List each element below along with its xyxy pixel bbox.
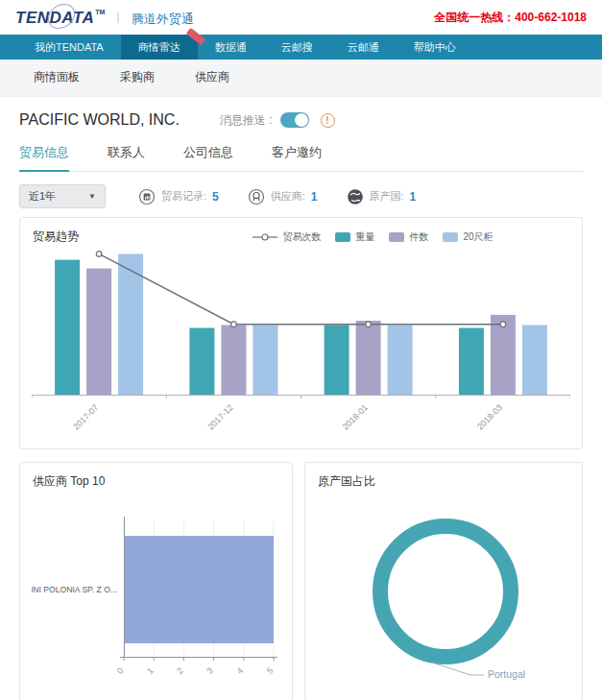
main-nav: 我的TENDATA商情雷达数据通云邮搜云邮通帮助中心: [0, 35, 602, 60]
legend-swatch-icon: [335, 232, 350, 242]
trade-trend-title: 贸易趋势: [33, 229, 79, 245]
origin-svg: Portugal: [315, 492, 572, 697]
line-point-2018-01[interactable]: [366, 322, 372, 327]
trade-trend-svg: 2017-072017-122018-012018-03: [32, 246, 570, 434]
supplier-x-tick: 2: [175, 665, 185, 676]
legend-label-1: 重量: [355, 230, 374, 244]
bar-重量-2018-03[interactable]: [459, 328, 484, 396]
supplier-category-label: PINI POLONIA SP. Z O...: [32, 585, 117, 594]
legend-item-3[interactable]: 20尺柜: [443, 230, 493, 244]
origin-donut-chart[interactable]: Portugal: [315, 492, 572, 700]
suppliers-panel: 供应商 Top 10 012345PINI POLONIA SP. Z O...: [19, 462, 293, 700]
hotline-number: 全国统一热线：400-662-1018: [434, 10, 587, 26]
legend-item-0[interactable]: 贸易次数: [253, 230, 321, 244]
legend-item-2[interactable]: 件数: [389, 230, 428, 244]
content-area: 贸易趋势 贸易次数重量件数20尺柜 2017-072017-122018-012…: [0, 217, 602, 700]
supplier-bar-PINI POLONIA SP. Z O...[interactable]: [124, 536, 274, 643]
line-point-2017-12[interactable]: [231, 322, 237, 327]
tab-0[interactable]: 贸易信息: [19, 144, 69, 172]
company-name: PACIFIC WORLD, INC.: [19, 111, 180, 129]
hint-icon[interactable]: !: [321, 113, 335, 128]
supplier-x-tick: 0: [115, 665, 126, 676]
trade-records-icon: [138, 188, 156, 205]
suppliers-svg: 012345PINI POLONIA SP. Z O...: [32, 495, 280, 695]
legend-label-2: 件数: [409, 230, 428, 244]
bar-重量-2017-07[interactable]: [55, 260, 80, 395]
bar-重量-2018-01[interactable]: [325, 326, 349, 396]
supplier-icon: [248, 188, 265, 205]
nav-item-1[interactable]: 商情雷达: [121, 35, 198, 60]
logo-trademark: TM: [95, 9, 105, 15]
sub-nav: 商情面板采购商供应商: [0, 60, 602, 97]
app-header: TENDATA TM | 腾道外贸通 全国统一热线：400-662-1018: [0, 0, 602, 35]
suppliers-chart[interactable]: 012345PINI POLONIA SP. Z O...: [32, 495, 280, 699]
supplier-x-tick: 4: [235, 665, 246, 676]
line-marker-icon: [253, 232, 277, 242]
subnav-item-2[interactable]: 供应商: [195, 69, 229, 85]
subnav-item-1[interactable]: 采购商: [120, 69, 155, 85]
legend-label-3: 20尺柜: [463, 230, 493, 244]
stat-2: 原产国:1: [347, 188, 417, 205]
stat-label-2: 原产国:: [370, 189, 404, 204]
stat-label-0: 贸易记录:: [161, 189, 206, 204]
trade-trend-chart[interactable]: 2017-072017-122018-012018-03: [32, 246, 570, 438]
donut-label-leader-line: [432, 663, 484, 675]
x-tick-label: 2018-01: [341, 402, 370, 431]
bar-20尺柜-2017-12[interactable]: [253, 326, 277, 396]
legend-swatch-icon: [389, 232, 404, 242]
origin-country-icon: [347, 188, 364, 205]
tab-2[interactable]: 公司信息: [183, 144, 233, 171]
bar-件数-2018-01[interactable]: [356, 321, 381, 395]
bar-20尺柜-2018-01[interactable]: [388, 326, 413, 396]
donut-slice-Portugal[interactable]: [380, 526, 511, 657]
logo-text: TENDATA: [15, 9, 94, 28]
push-label: 消息推送 :: [220, 112, 273, 129]
bar-重量-2017-12[interactable]: [189, 328, 214, 396]
nav-item-5[interactable]: 帮助中心: [397, 35, 473, 60]
tab-3[interactable]: 客户邀约: [272, 144, 322, 171]
stat-label-1: 供应商:: [271, 189, 305, 204]
nav-item-2[interactable]: 数据通: [198, 35, 264, 60]
suppliers-title: 供应商 Top 10: [33, 473, 105, 490]
toggle-knob: [295, 113, 308, 127]
product-name: 腾道外贸通: [132, 9, 194, 28]
logo-divider: |: [116, 9, 119, 23]
bar-件数-2017-12[interactable]: [221, 326, 246, 396]
legend-swatch-icon: [443, 232, 458, 242]
legend-item-1[interactable]: 重量: [335, 230, 374, 244]
chevron-down-icon: ▼: [88, 192, 96, 201]
subnav-item-0[interactable]: 商情面板: [34, 69, 80, 85]
trade-trend-panel: 贸易趋势 贸易次数重量件数20尺柜 2017-072017-122018-012…: [19, 217, 583, 449]
nav-item-3[interactable]: 云邮搜: [264, 35, 330, 60]
supplier-x-tick: 1: [145, 665, 156, 676]
line-point-2017-07[interactable]: [96, 252, 102, 257]
x-tick-label: 2017-12: [205, 402, 234, 431]
origin-panel: 原产国占比 Portugal: [304, 462, 583, 700]
bar-20尺柜-2018-03[interactable]: [522, 326, 547, 396]
bottom-panels: 供应商 Top 10 012345PINI POLONIA SP. Z O...…: [19, 462, 583, 700]
donut-slice-label: Portugal: [488, 668, 525, 680]
stat-value-0: 5: [212, 190, 219, 204]
message-push-toggle[interactable]: [280, 112, 309, 128]
stat-value-2: 1: [410, 190, 417, 204]
x-tick-label: 2018-03: [475, 402, 504, 431]
tab-bar: 贸易信息联系人公司信息客户邀约: [19, 144, 583, 172]
company-header: PACIFIC WORLD, INC. 消息推送 : !: [0, 97, 602, 129]
stat-value-1: 1: [311, 190, 318, 204]
date-range-value: 近1年: [29, 189, 56, 204]
stats-row: 贸易记录:5供应商:1原产国:1: [138, 188, 416, 205]
supplier-x-tick: 3: [205, 665, 215, 676]
origin-title: 原产国占比: [318, 473, 375, 490]
supplier-x-tick: 5: [265, 665, 276, 676]
tab-1[interactable]: 联系人: [108, 144, 145, 171]
nav-item-0[interactable]: 我的TENDATA: [17, 35, 121, 60]
nav-item-4[interactable]: 云邮通: [330, 35, 397, 60]
date-range-select[interactable]: 近1年 ▼: [19, 184, 106, 208]
trade-trend-legend: 贸易次数重量件数20尺柜: [176, 229, 570, 246]
stat-1: 供应商:1: [248, 188, 318, 205]
x-tick-label: 2017-07: [71, 402, 100, 431]
line-point-2018-03[interactable]: [500, 322, 506, 327]
stat-0: 贸易记录:5: [138, 188, 219, 205]
bar-件数-2017-07[interactable]: [86, 269, 111, 395]
logo[interactable]: TENDATA TM | 腾道外贸通: [15, 9, 194, 28]
